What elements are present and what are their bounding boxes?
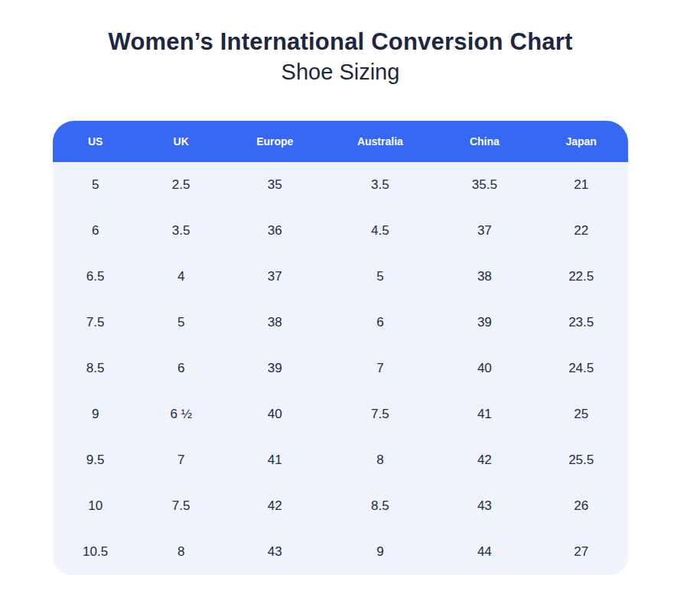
table-cell-japan-row7: 25.5 xyxy=(534,437,628,483)
table-cell-australia-row8: 8.5 xyxy=(325,483,435,529)
table-cell-europe-row6: 40 xyxy=(224,391,325,437)
table-cell-australia-row6: 7.5 xyxy=(325,391,435,437)
shoe-size-conversion-table: USUKEuropeAustraliaChinaJapan 52.5353.53… xyxy=(53,121,628,575)
table-row: 96 ½407.54125 xyxy=(53,391,628,437)
table-cell-china-row5: 40 xyxy=(435,346,534,391)
table-cell-us-row7: 9.5 xyxy=(53,437,138,483)
table-cell-australia-row3: 5 xyxy=(325,254,435,300)
page-title: Women’s International Conversion Chart xyxy=(0,28,681,57)
table-row: 8.563974024.5 xyxy=(53,346,628,391)
table-cell-us-row6: 9 xyxy=(53,391,138,437)
table-cell-uk-row2: 3.5 xyxy=(138,208,224,254)
table-cell-europe-row8: 42 xyxy=(224,483,325,529)
table-cell-china-row2: 37 xyxy=(435,208,534,254)
table-cell-japan-row5: 24.5 xyxy=(534,346,628,391)
table-body: 52.5353.535.52163.5364.537226.543753822.… xyxy=(53,162,628,575)
table-cell-europe-row1: 35 xyxy=(224,162,325,208)
header-cell-china: China xyxy=(435,121,534,162)
table-row: 9.574184225.5 xyxy=(53,437,628,483)
header-cell-us: US xyxy=(53,121,138,162)
table-cell-japan-row9: 27 xyxy=(534,529,628,575)
table-cell-us-row1: 5 xyxy=(53,162,138,208)
table-cell-uk-row5: 6 xyxy=(138,346,224,391)
conversion-table-container: USUKEuropeAustraliaChinaJapan 52.5353.53… xyxy=(53,121,628,575)
header-cell-europe: Europe xyxy=(224,121,325,162)
header-cell-japan: Japan xyxy=(534,121,628,162)
table-cell-japan-row1: 21 xyxy=(534,162,628,208)
table-row: 10.584394427 xyxy=(53,529,628,575)
table-cell-china-row6: 41 xyxy=(435,391,534,437)
table-cell-us-row2: 6 xyxy=(53,208,138,254)
header-cell-australia: Australia xyxy=(325,121,435,162)
table-cell-europe-row4: 38 xyxy=(224,300,325,346)
table-cell-japan-row8: 26 xyxy=(534,483,628,529)
table-cell-australia-row2: 4.5 xyxy=(325,208,435,254)
table-row: 6.543753822.5 xyxy=(53,254,628,300)
page-subtitle: Shoe Sizing xyxy=(0,58,681,86)
table-cell-us-row5: 8.5 xyxy=(53,346,138,391)
table-cell-china-row3: 38 xyxy=(435,254,534,300)
table-cell-china-row4: 39 xyxy=(435,300,534,346)
table-row: 107.5428.54326 xyxy=(53,483,628,529)
table-cell-us-row9: 10.5 xyxy=(53,529,138,575)
table-cell-australia-row1: 3.5 xyxy=(325,162,435,208)
table-cell-australia-row5: 7 xyxy=(325,346,435,391)
table-header-row: USUKEuropeAustraliaChinaJapan xyxy=(53,121,628,162)
table-cell-uk-row3: 4 xyxy=(138,254,224,300)
table-cell-japan-row3: 22.5 xyxy=(534,254,628,300)
table-cell-europe-row9: 43 xyxy=(224,529,325,575)
header-cell-uk: UK xyxy=(138,121,224,162)
table-cell-europe-row3: 37 xyxy=(224,254,325,300)
table-cell-china-row8: 43 xyxy=(435,483,534,529)
table-cell-europe-row7: 41 xyxy=(224,437,325,483)
table-cell-europe-row5: 39 xyxy=(224,346,325,391)
table-cell-us-row8: 10 xyxy=(53,483,138,529)
table-cell-uk-row7: 7 xyxy=(138,437,224,483)
table-cell-china-row1: 35.5 xyxy=(435,162,534,208)
table-cell-japan-row2: 22 xyxy=(534,208,628,254)
table-cell-china-row7: 42 xyxy=(435,437,534,483)
table-cell-europe-row2: 36 xyxy=(224,208,325,254)
table-cell-australia-row4: 6 xyxy=(325,300,435,346)
table-cell-uk-row1: 2.5 xyxy=(138,162,224,208)
table-row: 7.553863923.5 xyxy=(53,300,628,346)
table-cell-uk-row6: 6 ½ xyxy=(138,391,224,437)
table-row: 63.5364.53722 xyxy=(53,208,628,254)
table-row: 52.5353.535.521 xyxy=(53,162,628,208)
table-cell-uk-row8: 7.5 xyxy=(138,483,224,529)
table-cell-us-row4: 7.5 xyxy=(53,300,138,346)
table-cell-uk-row4: 5 xyxy=(138,300,224,346)
table-cell-china-row9: 44 xyxy=(435,529,534,575)
table-cell-uk-row9: 8 xyxy=(138,529,224,575)
table-cell-japan-row6: 25 xyxy=(534,391,628,437)
table-cell-australia-row9: 9 xyxy=(325,529,435,575)
page-content: Women’s International Conversion Chart S… xyxy=(0,28,681,575)
table-cell-australia-row7: 8 xyxy=(325,437,435,483)
table-cell-us-row3: 6.5 xyxy=(53,254,138,300)
table-cell-japan-row4: 23.5 xyxy=(534,300,628,346)
